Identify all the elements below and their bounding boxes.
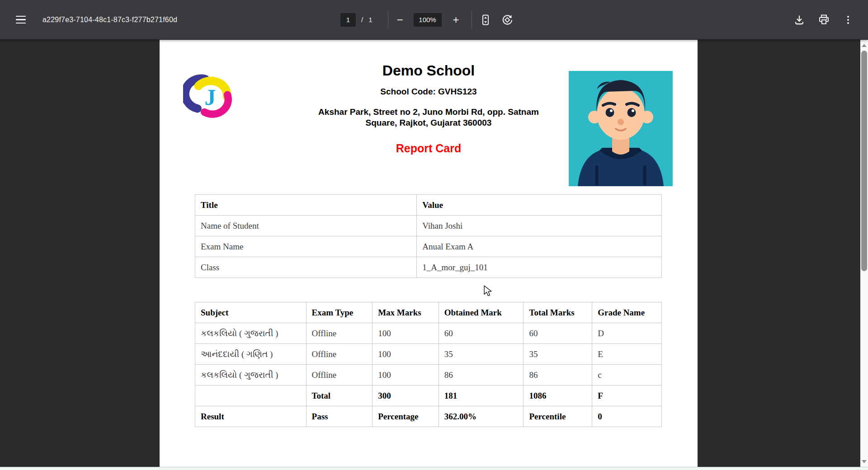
cell-exam-type: Offline xyxy=(306,365,373,385)
scroll-down-button[interactable] xyxy=(860,458,868,465)
cell-empty xyxy=(195,385,307,406)
result-row: Result Pass Percentage 362.00% Percentil… xyxy=(195,406,662,427)
cell-result-label: Result xyxy=(195,406,307,427)
cell-label: Class xyxy=(195,257,417,278)
zoom-in-button[interactable]: + xyxy=(448,12,464,28)
cell-value: Anual Exam A xyxy=(417,236,662,257)
table-row: Exam Name Anual Exam A xyxy=(195,236,662,257)
rotate-button[interactable] xyxy=(499,12,515,28)
scroll-down-icon xyxy=(862,460,867,463)
cell-percentile-label: Percentile xyxy=(524,406,592,427)
menu-icon[interactable] xyxy=(8,7,33,33)
cell-result-value: Pass xyxy=(306,406,373,427)
print-button[interactable] xyxy=(816,12,832,28)
download-icon xyxy=(793,14,805,26)
more-options-button[interactable] xyxy=(840,12,856,28)
scroll-up-button[interactable] xyxy=(860,42,868,48)
cell-grade: D xyxy=(592,323,662,344)
download-button[interactable] xyxy=(791,12,807,28)
cell-exam-type: Offline xyxy=(306,344,373,365)
page-number-value: 1 xyxy=(346,16,350,24)
table-header-row: Subject Exam Type Max Marks Obtained Mar… xyxy=(195,302,662,323)
kebab-menu-icon xyxy=(843,14,854,25)
cell-max-marks: 100 xyxy=(373,323,439,344)
header-title: Title xyxy=(195,195,417,216)
cell-max-marks: 100 xyxy=(373,344,439,365)
cell-total-marks: 1086 xyxy=(524,385,592,406)
zoom-level-input[interactable]: 100% xyxy=(414,13,442,27)
cell-grade: c xyxy=(592,365,662,385)
cell-total-label: Total xyxy=(306,385,373,406)
table-row: આનંદદાયી ( ગણિત ) Offline 100 35 35 E xyxy=(195,344,662,365)
cell-percentage-value: 362.00% xyxy=(439,406,524,427)
cell-label: Exam Name xyxy=(195,236,417,257)
header-max-marks: Max Marks xyxy=(373,302,439,323)
cell-percentile-value: 0 xyxy=(592,406,662,427)
header-grade-name: Grade Name xyxy=(592,302,662,323)
header-obtained-mark: Obtained Mark xyxy=(439,302,524,323)
scrollbar-thumb[interactable] xyxy=(861,51,867,271)
cell-value: Vihan Joshi xyxy=(417,216,662,236)
table-row: કલકલિયો ( ગુજરાતી ) Offline 100 60 60 D xyxy=(195,323,662,344)
vertical-scrollbar[interactable] xyxy=(860,40,868,467)
cell-obtained-mark: 60 xyxy=(439,323,524,344)
cell-exam-type: Offline xyxy=(306,323,373,344)
cell-percentage-label: Percentage xyxy=(373,406,439,427)
toolbar-divider xyxy=(472,11,472,28)
zoom-out-button[interactable]: − xyxy=(392,12,408,28)
cell-obtained-mark: 86 xyxy=(439,365,524,385)
cell-total-marks: 35 xyxy=(524,344,592,365)
table-row: કલકલિયો ( ગુજરાતી ) Offline 100 86 86 c xyxy=(195,365,662,385)
print-icon xyxy=(818,14,830,26)
cell-max-marks: 100 xyxy=(373,365,439,385)
cell-obtained-mark: 35 xyxy=(439,344,524,365)
fit-to-page-button[interactable] xyxy=(477,12,494,28)
student-photo xyxy=(569,71,673,186)
horizontal-scrollbar[interactable] xyxy=(0,467,868,470)
cell-label: Name of Student xyxy=(195,216,417,236)
toolbar-divider xyxy=(388,11,388,28)
rotate-counterclockwise-icon xyxy=(501,14,513,26)
header-total-marks: Total Marks xyxy=(524,302,592,323)
cell-subject: કલકલિયો ( ગુજરાતી ) xyxy=(195,323,307,344)
page-number-input[interactable]: 1 xyxy=(340,13,356,27)
pdf-toolbar: a229f7e3-7104-48c1-87c3-f277b271f60d 1 /… xyxy=(0,0,868,39)
page-separator: / xyxy=(361,16,363,24)
cell-subject: આનંદદાયી ( ગણિત ) xyxy=(195,344,307,365)
fit-to-page-icon xyxy=(480,14,491,26)
cell-total-marks: 86 xyxy=(524,365,592,385)
cell-grade: E xyxy=(592,344,662,365)
cell-value: 1_A_mor_guj_101 xyxy=(417,257,662,278)
cell-total-max: 300 xyxy=(373,385,439,406)
document-title: a229f7e3-7104-48c1-87c3-f277b271f60d xyxy=(42,16,177,24)
cell-total-obtained: 181 xyxy=(439,385,524,406)
page-total: 1 xyxy=(368,16,372,24)
total-row: Total 300 181 1086 F xyxy=(195,385,662,406)
table-row: Class 1_A_mor_guj_101 xyxy=(195,257,662,278)
student-info-table: Title Value Name of Student Vihan Joshi … xyxy=(195,194,662,278)
table-row: Name of Student Vihan Joshi xyxy=(195,216,662,236)
pdf-viewer-area: J Demo School School Code: GVHS123 Aksha… xyxy=(0,39,868,470)
zoom-level-value: 100% xyxy=(419,16,436,24)
pdf-page: J Demo School School Code: GVHS123 Aksha… xyxy=(160,40,698,470)
marks-table: Subject Exam Type Max Marks Obtained Mar… xyxy=(195,302,662,427)
cell-total-grade: F xyxy=(592,385,662,406)
header-subject: Subject xyxy=(195,302,307,323)
scroll-up-icon xyxy=(862,44,867,47)
cell-subject: કલકલિયો ( ગુજરાતી ) xyxy=(195,365,307,385)
cell-total-marks: 60 xyxy=(524,323,592,344)
header-value: Value xyxy=(417,195,662,216)
header-exam-type: Exam Type xyxy=(306,302,373,323)
table-header-row: Title Value xyxy=(195,195,662,216)
